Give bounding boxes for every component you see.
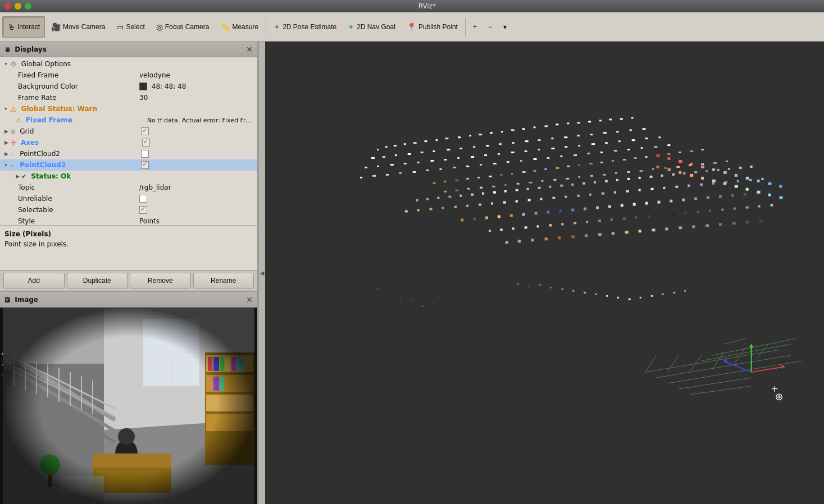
minus-button[interactable]: − — [483, 16, 497, 38]
svg-rect-188 — [426, 198, 429, 200]
topic-item[interactable]: Topic /rgb_lidar — [0, 182, 257, 193]
displays-content[interactable]: ▾ ⚙ Global Options Fixed Frame velodyne — [0, 57, 257, 225]
svg-rect-319 — [657, 154, 660, 157]
svg-rect-273 — [768, 191, 771, 194]
ok-icon: ✔ — [21, 173, 26, 180]
svg-rect-60 — [545, 125, 548, 127]
pointcloud1-label: PointCloud2 — [17, 150, 141, 158]
measure-button[interactable]: 📏 Measure — [215, 16, 263, 38]
axes-icon: ✛ — [10, 139, 16, 147]
svg-rect-283 — [598, 219, 601, 222]
move-camera-button[interactable]: 🎥 Move Camera — [46, 16, 110, 38]
focus-camera-label: Focus Camera — [165, 23, 210, 31]
svg-rect-271 — [744, 193, 746, 196]
axes-checkbox[interactable] — [142, 139, 150, 146]
style-item[interactable]: Style Points — [0, 216, 257, 225]
grid-checkbox[interactable] — [141, 127, 149, 135]
selectable-item[interactable]: Selectable — [0, 204, 257, 216]
svg-rect-302 — [558, 236, 561, 239]
svg-rect-344 — [528, 286, 530, 287]
svg-rect-114 — [360, 177, 362, 178]
toolbar-separator-2 — [465, 18, 466, 36]
svg-rect-72 — [408, 153, 411, 155]
svg-rect-104 — [538, 149, 540, 150]
svg-rect-170 — [529, 182, 532, 184]
selectable-checkbox[interactable] — [139, 206, 147, 214]
select-label: Select — [126, 23, 144, 31]
close-button[interactable] — [4, 3, 11, 10]
svg-rect-53 — [469, 135, 471, 136]
svg-rect-281 — [573, 222, 576, 224]
svg-rect-320 — [667, 157, 670, 160]
collapse-handle[interactable]: ◀ — [258, 42, 265, 504]
svg-rect-294 — [734, 208, 736, 210]
add-button[interactable]: Add — [3, 273, 65, 288]
svg-rect-270 — [731, 194, 734, 197]
svg-rect-306 — [612, 232, 614, 235]
dropdown-button[interactable]: ▾ — [498, 16, 512, 38]
global-status-item[interactable]: ▾ ⚠ Global Status: Warn — [0, 103, 257, 114]
svg-rect-362 — [411, 300, 412, 301]
select-button[interactable]: ▭ Select — [111, 16, 149, 38]
svg-rect-131 — [587, 153, 590, 154]
maximize-button[interactable] — [25, 3, 31, 10]
pointcloud1-item[interactable]: ▶ ⁘ PointCloud2 — [0, 148, 257, 159]
unreliable-item[interactable]: Unreliable — [0, 193, 257, 204]
warn-icon: ⚠ — [10, 105, 17, 113]
svg-rect-140 — [455, 180, 458, 181]
background-color-value: 48; 48; 48 — [139, 83, 255, 91]
global-status-arrow: ▾ — [4, 106, 10, 112]
svg-rect-310 — [665, 227, 668, 230]
svg-rect-160 — [679, 152, 681, 153]
background-color-item[interactable]: Background Color 48; 48; 48 — [0, 81, 257, 92]
focus-camera-button[interactable]: ◎ Focus Camera — [151, 16, 215, 38]
global-options-item[interactable]: ▾ ⚙ Global Options — [0, 58, 257, 70]
svg-rect-190 — [448, 196, 451, 198]
titlebar: RViz* — [0, 0, 824, 12]
displays-panel-close[interactable]: ✕ — [246, 45, 253, 54]
svg-rect-128 — [547, 157, 549, 159]
plus-button[interactable]: + — [468, 16, 482, 38]
duplicate-button[interactable]: Duplicate — [67, 273, 128, 288]
plus-icon: + — [473, 23, 477, 31]
svg-rect-262 — [633, 203, 636, 206]
remove-button[interactable]: Remove — [130, 273, 191, 288]
pose-estimate-button[interactable]: ✦ 2D Pose Estimate — [268, 16, 342, 38]
svg-rect-247 — [762, 178, 764, 180]
svg-rect-55 — [490, 132, 493, 134]
svg-rect-314 — [719, 223, 722, 226]
svg-rect-215 — [728, 168, 730, 170]
interact-button[interactable]: 🖱 Interact — [2, 16, 45, 38]
toolbar-separator-1 — [266, 18, 266, 36]
svg-rect-321 — [679, 160, 682, 163]
rename-button[interactable]: Rename — [193, 273, 254, 288]
axes-item[interactable]: ▶ ✛ Axes — [0, 137, 257, 148]
measure-label: Measure — [232, 23, 258, 31]
status-ok-item[interactable]: ▶ ✔ Status: Ok — [0, 171, 257, 182]
svg-rect-293 — [721, 209, 724, 211]
fixed-frame-item[interactable]: Fixed Frame velodyne — [0, 70, 257, 81]
unreliable-checkbox[interactable] — [139, 195, 147, 203]
grid-item[interactable]: ▶ ⊞ Grid — [0, 126, 257, 137]
image-panel-icon: 🖼 — [4, 297, 10, 303]
publish-point-button[interactable]: 📍 Publish Point — [402, 16, 463, 38]
svg-rect-301 — [545, 237, 548, 240]
minimize-button[interactable] — [15, 3, 21, 10]
pointcloud2-checkbox[interactable] — [141, 161, 149, 169]
svg-rect-317 — [759, 219, 763, 222]
pointcloud1-checkbox[interactable] — [141, 150, 149, 158]
fixed-frame-error-item[interactable]: ⚠ Fixed Frame No tf data. Actual error: … — [0, 114, 257, 126]
svg-rect-268 — [707, 196, 709, 199]
fixed-frame-label: Fixed Frame — [16, 71, 139, 79]
svg-rect-147 — [534, 170, 536, 172]
svg-rect-155 — [623, 159, 626, 161]
nav-goal-button[interactable]: ✦ 2D Nav Goal — [343, 16, 400, 38]
pointcloud2-item[interactable]: ▾ ⁘ PointCloud2 — [0, 159, 257, 171]
svg-rect-261 — [621, 204, 623, 207]
svg-rect-172 — [553, 179, 556, 181]
frame-rate-item[interactable]: Frame Rate 30 — [0, 92, 257, 103]
3d-viewport[interactable]: + ⊕ — [265, 42, 824, 504]
svg-rect-330 — [779, 185, 782, 188]
image-panel-close[interactable]: ✕ — [246, 295, 253, 304]
svg-rect-87 — [603, 132, 607, 134]
